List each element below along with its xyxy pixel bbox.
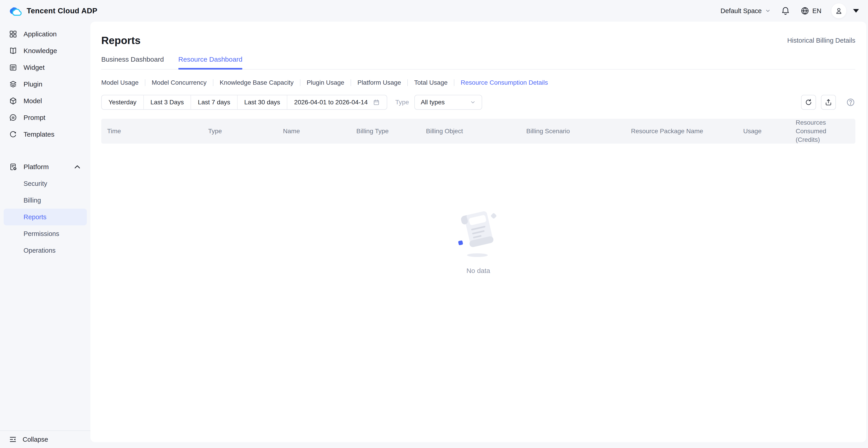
brand-title: Tencent Cloud ADP — [27, 6, 97, 15]
sidebar-item-label: Billing — [24, 197, 41, 204]
widget-panel-icon — [8, 63, 18, 72]
divider — [407, 79, 408, 86]
sidebar-group-platform[interactable]: Platform — [4, 159, 87, 175]
sidebar-item-model[interactable]: Model — [4, 93, 87, 109]
dashboard-tabs: Business Dashboard Resource Dashboard — [101, 56, 855, 70]
platform-settings-icon — [8, 162, 18, 171]
help-button[interactable] — [846, 98, 855, 107]
sidebar-item-security[interactable]: Security — [4, 175, 87, 192]
column-header-type: Type — [202, 127, 277, 136]
filter-last-30-days-button[interactable]: Last 30 days — [238, 95, 287, 109]
refresh-icon — [804, 98, 813, 106]
divider — [350, 79, 351, 86]
notifications-button[interactable] — [781, 6, 790, 15]
topbar-right: Default Space EN — [721, 3, 859, 18]
layers-icon — [8, 80, 18, 89]
user-avatar[interactable] — [831, 3, 846, 18]
page-title: Reports — [101, 34, 141, 46]
subnav-knowledge-base-capacity[interactable]: Knowledge Base Capacity — [220, 79, 293, 86]
subnav-resource-consumption-details[interactable]: Resource Consumption Details — [461, 79, 548, 86]
app-root: Tencent Cloud ADP Default Space — [0, 0, 868, 448]
chevron-down-icon — [765, 8, 771, 14]
sidebar-item-widget[interactable]: Widget — [4, 59, 87, 76]
sidebar-item-billing[interactable]: Billing — [4, 192, 87, 209]
subnav-platform-usage[interactable]: Platform Usage — [358, 79, 401, 86]
collapse-sidebar-button[interactable]: Collapse — [0, 430, 90, 448]
sidebar-item-knowledge[interactable]: Knowledge — [4, 42, 87, 59]
type-filter-select[interactable]: All types — [414, 95, 482, 110]
workspace-name: Default Space — [721, 7, 762, 15]
historical-billing-details-link[interactable]: Historical Billing Details — [787, 37, 855, 44]
account-menu-caret-icon[interactable] — [853, 9, 859, 13]
chevron-up-icon — [73, 162, 82, 171]
language-label: EN — [812, 7, 822, 15]
workspace-switcher[interactable]: Default Space — [721, 7, 771, 15]
date-range-value: 2026-04-01 to 2026-04-14 — [294, 99, 368, 106]
type-filter-label: Type — [395, 99, 409, 106]
filter-yesterday-button[interactable]: Yesterday — [102, 95, 144, 109]
sidebar-item-label: Model — [24, 97, 42, 105]
sidebar-item-label: Application — [24, 30, 57, 38]
sidebar-item-operations[interactable]: Operations — [4, 242, 87, 259]
sidebar-item-reports[interactable]: Reports — [4, 209, 87, 226]
bell-icon — [781, 6, 790, 15]
subnav-plugin-usage[interactable]: Plugin Usage — [307, 79, 344, 86]
date-quick-filter-group: Yesterday Last 3 Days Last 7 days Last 3… — [101, 95, 387, 110]
sidebar-item-prompt[interactable]: Prompt — [4, 109, 87, 126]
chat-bubble-icon — [8, 113, 18, 122]
tab-resource-dashboard[interactable]: Resource Dashboard — [178, 56, 243, 69]
sidebar-item-label: Operations — [24, 247, 56, 254]
sidebar-item-label: Prompt — [24, 114, 45, 122]
filter-last-3-days-button[interactable]: Last 3 Days — [144, 95, 191, 109]
language-switcher[interactable]: EN — [800, 6, 822, 15]
subnav-total-usage[interactable]: Total Usage — [414, 79, 447, 86]
export-icon — [825, 98, 833, 106]
sidebar-item-plugin[interactable]: Plugin — [4, 76, 87, 93]
type-filter-value: All types — [421, 99, 445, 106]
date-range-picker[interactable]: 2026-04-01 to 2026-04-14 — [287, 95, 386, 109]
empty-state-text: No data — [466, 267, 490, 275]
no-data-illustration — [450, 207, 506, 263]
subnav-model-concurrency[interactable]: Model Concurrency — [152, 79, 207, 86]
filter-actions — [801, 95, 855, 110]
sidebar-group-label: Platform — [24, 163, 67, 171]
sidebar-item-application[interactable]: Application — [4, 26, 87, 42]
sidebar-item-label: Knowledge — [24, 47, 57, 55]
column-header-resource-package-name: Resource Package Name — [625, 127, 738, 136]
column-header-time: Time — [101, 127, 202, 136]
column-header-name: Name — [277, 127, 350, 136]
refresh-button[interactable] — [801, 95, 816, 110]
column-header-billing-type: Billing Type — [350, 127, 420, 136]
collapse-label: Collapse — [23, 436, 48, 443]
sidebar-item-label: Security — [24, 180, 47, 187]
column-header-resources-consumed: Resources Consumed (Credits) — [790, 118, 855, 144]
page-head: Reports Historical Billing Details — [101, 34, 855, 46]
empty-state: No data — [101, 207, 855, 275]
sidebar-item-permissions[interactable]: Permissions — [4, 226, 87, 242]
brand[interactable]: Tencent Cloud ADP — [9, 5, 97, 16]
divider — [300, 79, 301, 86]
sidebar: Application Knowledge Widget Plugin — [0, 22, 90, 448]
sidebar-item-label: Reports — [24, 213, 46, 221]
table-header-row: Time Type Name Billing Type Billing Obje… — [101, 119, 855, 144]
template-loop-icon — [8, 130, 18, 139]
calendar-icon — [373, 99, 380, 106]
export-button[interactable] — [821, 95, 836, 110]
divider — [213, 79, 213, 86]
application-grid-icon — [8, 30, 18, 39]
globe-icon — [800, 6, 810, 15]
tencent-cloud-logo-icon — [9, 5, 23, 16]
chevron-down-icon — [470, 99, 476, 105]
sidebar-item-label: Templates — [24, 131, 55, 138]
subnav-model-usage[interactable]: Model Usage — [101, 79, 138, 86]
help-circle-icon — [846, 98, 855, 107]
sidebar-item-label: Plugin — [24, 80, 42, 88]
user-icon — [835, 6, 843, 15]
tab-business-dashboard[interactable]: Business Dashboard — [101, 56, 164, 69]
sidebar-item-label: Widget — [24, 64, 44, 71]
platform-children: Security Billing Reports Permissions Ope… — [0, 175, 90, 259]
filter-last-7-days-button[interactable]: Last 7 days — [191, 95, 237, 109]
main-panel: Reports Historical Billing Details Busin… — [90, 22, 866, 442]
sidebar-item-templates[interactable]: Templates — [4, 126, 87, 143]
cube-icon — [8, 96, 18, 105]
